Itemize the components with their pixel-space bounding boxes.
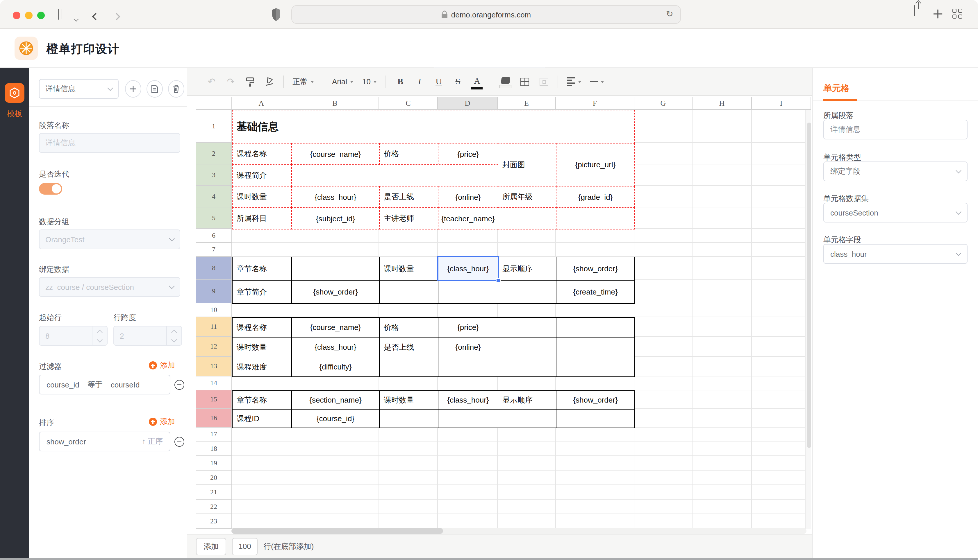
add-paragraph-button[interactable] [125, 80, 141, 98]
col-header-B[interactable]: B [291, 97, 379, 110]
sort-rule-row[interactable]: show_order ↑ 正序 [39, 432, 171, 452]
cell-A16[interactable]: 课程ID [232, 409, 292, 428]
row-header-13[interactable]: 13 [196, 357, 232, 377]
maximize-window-button[interactable] [37, 12, 45, 19]
cell-D13[interactable] [438, 357, 498, 377]
cell-E9[interactable] [498, 280, 557, 304]
cell-A2[interactable]: 课程名称 [232, 143, 292, 165]
cell-A15[interactable]: 章节名称 [232, 390, 292, 410]
cell-C16[interactable] [379, 409, 438, 428]
redo-icon[interactable]: ↷ [224, 74, 238, 89]
add-rows-count-input[interactable]: 100 [232, 538, 257, 555]
row-header-2[interactable]: 2 [196, 143, 232, 164]
bold-icon[interactable]: B [393, 74, 407, 89]
cell-C12[interactable]: 是否上线 [379, 337, 438, 357]
row-header-6[interactable]: 6 [196, 229, 232, 243]
cell-A4[interactable]: 课时数量 [232, 186, 292, 208]
cell-B4[interactable]: {class_hour} [291, 186, 379, 208]
cell-B15[interactable]: {section_name} [291, 390, 379, 410]
col-header-H[interactable]: H [692, 97, 752, 110]
col-header-I[interactable]: I [752, 97, 811, 110]
cell-E13[interactable] [498, 357, 557, 377]
cell-F16[interactable] [556, 409, 635, 428]
cell-E2[interactable]: 封面图 [498, 143, 557, 187]
row-header-15[interactable]: 15 [196, 390, 232, 409]
cell-F11[interactable] [556, 317, 635, 338]
add-sort-link[interactable]: 添加 [149, 417, 175, 427]
step-down-icon[interactable] [171, 337, 177, 342]
cell-F5[interactable] [556, 207, 635, 230]
shield-icon[interactable] [271, 8, 281, 22]
cell-C8[interactable]: 课时数量 [379, 257, 438, 281]
cell-D16[interactable] [438, 409, 498, 428]
vertical-align-dropdown[interactable] [589, 77, 606, 86]
cell-A11[interactable]: 课程名称 [232, 317, 292, 338]
bind-data-select[interactable]: zz_course / courseSection [39, 277, 180, 297]
cell-D2[interactable]: {price} [438, 143, 498, 165]
cell-E12[interactable] [498, 337, 557, 357]
col-header-D[interactable]: D [438, 97, 498, 110]
cell-B16[interactable]: {course_id} [291, 409, 379, 428]
add-filter-link[interactable]: 添加 [149, 360, 175, 371]
italic-icon[interactable]: I [413, 74, 426, 89]
cell-A9[interactable]: 章节简介 [232, 280, 292, 304]
row-header-10[interactable]: 10 [196, 303, 232, 317]
underline-icon[interactable]: U [432, 74, 446, 89]
cell-D4[interactable]: {online} [438, 186, 498, 208]
cell-B13[interactable]: {difficulty} [291, 357, 379, 377]
cell-B5[interactable]: {subject_id} [291, 207, 379, 230]
corner-header-cell[interactable] [196, 97, 232, 110]
paragraph-name-input[interactable]: 详情信息 [39, 133, 180, 153]
address-bar[interactable]: demo.orangeforms.com ↻ [291, 5, 681, 24]
cell-C2[interactable]: 价格 [379, 143, 438, 165]
row-header-21[interactable]: 21 [196, 485, 232, 500]
row-header-23[interactable]: 23 [196, 514, 232, 528]
add-rows-button[interactable]: 添加 [196, 538, 226, 555]
data-group-select[interactable]: OrangeTest [39, 230, 180, 249]
font-color-icon[interactable]: A [470, 74, 484, 89]
cell-F8[interactable]: {show_order} [556, 257, 635, 281]
cell-C15[interactable]: 课时数量 [379, 390, 438, 410]
minimize-window-button[interactable] [25, 12, 33, 19]
remove-filter-button[interactable] [174, 380, 184, 390]
cell-B9[interactable]: {show_order} [291, 280, 379, 304]
clear-format-icon[interactable] [262, 74, 276, 89]
step-up-icon[interactable] [97, 330, 103, 335]
cell-F2[interactable]: {picture_url} [556, 143, 635, 187]
font-size-dropdown[interactable]: 10 [361, 77, 379, 86]
stepper-buttons[interactable] [92, 327, 107, 345]
row-header-5[interactable]: 5 [196, 207, 232, 229]
sidebar-toggle-icon[interactable] [58, 9, 59, 20]
cell-A5[interactable]: 所属科目 [232, 207, 292, 230]
step-up-icon[interactable] [171, 330, 177, 335]
cell-C4[interactable]: 是否上线 [379, 186, 438, 208]
cell-D11[interactable]: {price} [438, 317, 498, 338]
col-header-E[interactable]: E [498, 97, 556, 110]
scrollbar-thumb[interactable] [807, 123, 811, 448]
row-span-stepper[interactable]: 2 [114, 326, 182, 346]
share-icon[interactable] [914, 6, 915, 16]
strikethrough-icon[interactable]: S [451, 74, 465, 89]
cell-E11[interactable] [498, 317, 557, 338]
fill-color-icon[interactable] [498, 74, 513, 89]
cell-A3[interactable]: 课程简介 [232, 164, 292, 187]
cell-C13[interactable] [379, 357, 438, 377]
col-header-C[interactable]: C [379, 97, 438, 110]
back-icon[interactable] [93, 11, 98, 22]
cell-A1[interactable]: 基础信息 [232, 110, 635, 143]
cell-F15[interactable]: {show_order} [556, 390, 635, 410]
new-tab-icon[interactable] [933, 9, 943, 19]
delete-paragraph-button[interactable] [168, 80, 184, 98]
borders-icon[interactable] [518, 74, 532, 89]
cell-E8[interactable]: 显示顺序 [498, 257, 557, 281]
stepper-buttons[interactable] [166, 327, 181, 345]
copy-paragraph-button[interactable] [147, 80, 163, 98]
row-header-1[interactable]: 1 [196, 110, 232, 143]
row-header-3[interactable]: 3 [196, 164, 232, 186]
number-format-dropdown[interactable]: 正常 [291, 77, 316, 87]
vertical-scrollbar[interactable] [805, 110, 811, 528]
row-header-17[interactable]: 17 [196, 428, 232, 442]
start-row-stepper[interactable]: 8 [39, 326, 107, 346]
row-header-19[interactable]: 19 [196, 456, 232, 470]
cell-D5[interactable]: {teacher_name} [438, 207, 498, 230]
